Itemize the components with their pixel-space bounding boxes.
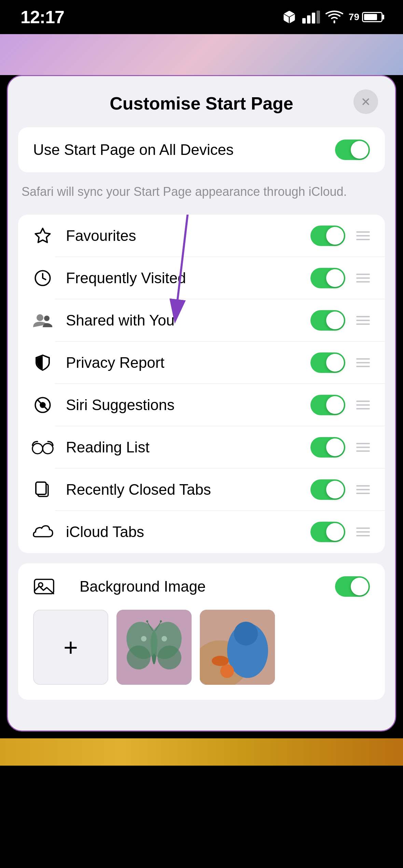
icloud-tabs-toggle[interactable] — [310, 522, 345, 542]
status-icons: 79 — [282, 10, 383, 25]
svg-rect-2 — [307, 15, 310, 24]
reading-list-row: Reading List — [18, 426, 385, 468]
privacy-report-label: Privacy Report — [66, 354, 310, 371]
background-image-left: Background Image — [33, 576, 206, 597]
svg-point-7 — [37, 314, 43, 321]
shared-with-you-controls — [310, 310, 371, 331]
clock-icon — [32, 267, 54, 289]
close-icon — [360, 96, 371, 107]
butterfly-svg — [116, 610, 192, 685]
background-image-header: Background Image — [33, 576, 370, 597]
svg-point-29 — [162, 636, 167, 641]
shared-with-you-row: Shared with You — [18, 299, 385, 342]
privacy-report-controls — [310, 352, 371, 373]
people-icon — [32, 309, 54, 331]
siri-icon — [32, 394, 54, 416]
package-icon — [282, 10, 297, 25]
phone-frame: 12:17 79 — [0, 0, 403, 868]
svg-point-8 — [44, 316, 50, 321]
settings-card: Favourites Frequently Visited — [18, 215, 385, 553]
siri-suggestions-row: Siri Suggestions — [18, 384, 385, 426]
recently-closed-tabs-controls — [310, 479, 371, 500]
svg-rect-4 — [317, 11, 320, 24]
sync-section: Use Start Page on All Devices — [18, 127, 385, 172]
siri-suggestions-drag-handle[interactable] — [355, 399, 371, 411]
favourites-drag-handle[interactable] — [355, 230, 371, 242]
status-time: 12:17 — [20, 7, 64, 27]
frequently-visited-toggle[interactable] — [310, 268, 345, 288]
butterfly-image — [116, 610, 192, 685]
icloud-tabs-label: iCloud Tabs — [66, 523, 310, 540]
reading-list-drag-handle[interactable] — [355, 442, 371, 453]
recently-closed-tabs-toggle[interactable] — [310, 479, 345, 500]
icloud-tabs-controls — [310, 522, 371, 542]
add-image-button[interactable]: + — [33, 610, 108, 685]
bear-svg — [200, 610, 275, 685]
reading-list-toggle[interactable] — [310, 437, 345, 458]
close-button[interactable] — [353, 89, 378, 114]
image-icon — [33, 576, 55, 597]
siri-suggestions-label: Siri Suggestions — [66, 396, 310, 414]
frequently-visited-label: Frequently Visited — [66, 270, 310, 287]
privacy-report-drag-handle[interactable] — [355, 357, 371, 368]
favourites-row: Favourites — [18, 215, 385, 257]
bear-image — [200, 610, 275, 685]
frequently-visited-controls — [310, 268, 371, 288]
recently-closed-tabs-drag-handle[interactable] — [355, 484, 371, 495]
cloud-icon — [32, 521, 54, 543]
favourites-controls — [310, 226, 371, 246]
frequently-visited-drag-handle[interactable] — [355, 272, 371, 284]
svg-point-38 — [220, 664, 234, 678]
wifi-icon — [325, 10, 343, 24]
svg-marker-5 — [35, 228, 50, 242]
plus-icon: + — [64, 635, 78, 660]
background-image-card: Background Image + — [18, 563, 385, 700]
battery-box — [362, 12, 383, 22]
recently-closed-tabs-label: Recently Closed Tabs — [66, 481, 310, 498]
svg-point-13 — [40, 402, 45, 408]
shield-icon — [32, 352, 54, 374]
shared-with-you-drag-handle[interactable] — [355, 315, 371, 326]
frequently-visited-row: Frequently Visited — [18, 257, 385, 299]
svg-rect-1 — [302, 18, 306, 24]
reading-list-label: Reading List — [66, 439, 310, 456]
icloud-tabs-row: iCloud Tabs — [18, 511, 385, 553]
shared-with-you-label: Shared with You — [66, 312, 310, 329]
favourites-label: Favourites — [66, 227, 310, 244]
svg-point-15 — [43, 444, 53, 454]
battery-level: 79 — [349, 12, 359, 23]
sync-label: Use Start Page on All Devices — [33, 141, 234, 158]
siri-suggestions-controls — [310, 395, 371, 415]
icloud-tabs-drag-handle[interactable] — [355, 526, 371, 538]
reading-list-controls — [310, 437, 371, 458]
battery-indicator: 79 — [349, 12, 383, 23]
glasses-icon — [32, 436, 54, 458]
background-content — [0, 34, 403, 75]
background-image-toggle[interactable] — [335, 576, 370, 597]
butterfly-thumbnail[interactable] — [116, 610, 192, 685]
status-bar: 12:17 79 — [0, 0, 403, 34]
bottom-strip — [0, 738, 403, 766]
svg-point-39 — [212, 656, 229, 666]
svg-point-32 — [146, 620, 148, 622]
privacy-report-row: Privacy Report — [18, 342, 385, 384]
sync-note: Safari will sync your Start Page appeara… — [18, 183, 385, 201]
modal-header: Customise Start Page — [8, 76, 395, 127]
battery-fill — [364, 14, 377, 20]
modal-sheet: Customise Start Page Use Start Page on A… — [7, 75, 396, 732]
svg-point-37 — [234, 622, 258, 646]
shared-with-you-toggle[interactable] — [310, 310, 345, 331]
background-image-label: Background Image — [80, 578, 206, 595]
svg-point-28 — [141, 636, 147, 641]
bear-thumbnail[interactable] — [200, 610, 275, 685]
image-thumbnails: + — [33, 610, 370, 685]
svg-point-33 — [160, 620, 162, 622]
svg-point-14 — [32, 444, 43, 454]
signal-icon — [302, 11, 320, 24]
privacy-report-toggle[interactable] — [310, 352, 345, 373]
siri-suggestions-toggle[interactable] — [310, 395, 345, 415]
favourites-toggle[interactable] — [310, 226, 345, 246]
tabs-icon — [32, 479, 54, 501]
sync-toggle[interactable] — [335, 140, 370, 160]
modal-title: Customise Start Page — [110, 93, 293, 114]
